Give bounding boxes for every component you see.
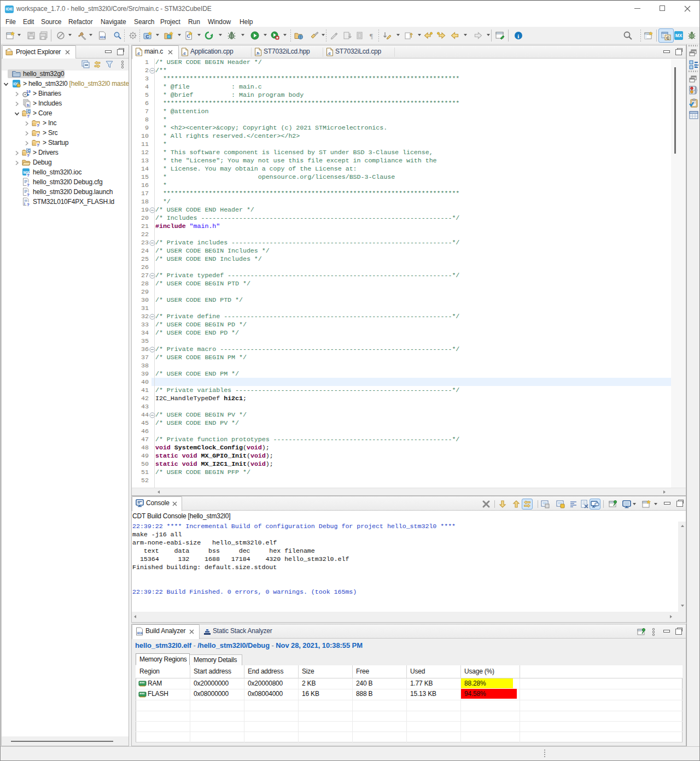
svg-text:?: ? — [27, 153, 30, 157]
svg-text:10: 10 — [26, 90, 31, 94]
svg-text:i: i — [24, 202, 25, 206]
svg-text:C: C — [667, 36, 670, 40]
svg-text:010: 010 — [137, 631, 143, 635]
svg-text:010: 010 — [100, 36, 106, 39]
svg-text:C: C — [27, 149, 30, 153]
svg-text:i: i — [517, 33, 519, 39]
svg-text:?: ? — [37, 133, 39, 138]
svg-text:?: ? — [27, 192, 30, 197]
svg-text:h: h — [27, 103, 30, 108]
svg-text:¶: ¶ — [370, 32, 373, 40]
svg-text:?: ? — [27, 183, 30, 187]
svg-text:?: ? — [37, 123, 39, 128]
svg-text:.c: .c — [182, 51, 186, 56]
svg-text:C: C — [27, 109, 30, 113]
svg-text:?: ? — [27, 173, 30, 177]
svg-text:?: ? — [27, 202, 30, 207]
svg-text:.c: .c — [136, 51, 140, 56]
svg-text:?: ? — [27, 114, 30, 118]
svg-text:.h: .h — [255, 51, 259, 56]
svg-text:?: ? — [37, 143, 39, 148]
svg-text:.c: .c — [327, 51, 331, 56]
